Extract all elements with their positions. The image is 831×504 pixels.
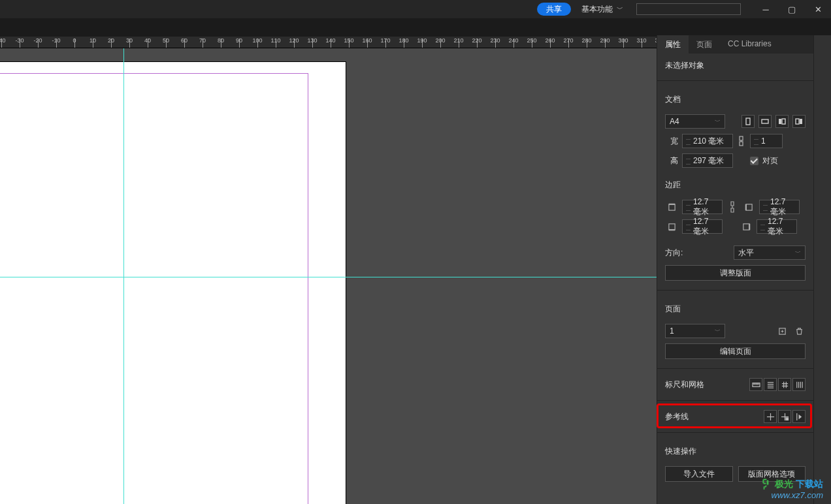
margin-bottom-icon: [665, 220, 678, 233]
pages-field[interactable]: 1: [750, 134, 783, 148]
margin-top-field[interactable]: 12.7 毫米: [682, 200, 723, 214]
canvas[interactable]: [0, 48, 657, 504]
margin-left-icon: [742, 200, 755, 213]
window-controls: ─ ▢ ✕: [753, 0, 831, 18]
import-file-button[interactable]: 导入文件: [665, 466, 733, 482]
link-margins-icon[interactable]: [728, 201, 737, 213]
svg-rect-11: [745, 204, 751, 210]
tab-cc-libraries[interactable]: CC Libraries: [720, 35, 779, 54]
width-field[interactable]: 210 毫米: [682, 134, 733, 148]
svg-rect-9: [668, 204, 674, 210]
tab-pages[interactable]: 页面: [689, 35, 720, 54]
svg-rect-6: [740, 136, 743, 140]
orientation-select[interactable]: 水平﹀: [734, 245, 806, 260]
layout-grid-options-button[interactable]: 版面网格选项: [738, 466, 806, 482]
adjust-layout-button[interactable]: 调整版面: [665, 265, 806, 281]
svg-rect-1: [762, 119, 768, 123]
section-ruler-grid: 标尺和网格: [665, 379, 704, 390]
svg-rect-5: [800, 119, 802, 124]
binding-right-icon[interactable]: [792, 115, 806, 128]
no-selection-label: 未选择对象: [665, 60, 806, 71]
orientation-portrait-icon[interactable]: [741, 115, 755, 128]
share-button[interactable]: 共享: [537, 3, 571, 16]
workspace-switcher[interactable]: 基本功能 ﹀: [581, 4, 623, 15]
chevron-down-icon: ﹀: [617, 5, 623, 14]
facing-pages-label: 对页: [762, 155, 778, 166]
svg-rect-0: [746, 118, 750, 125]
edit-pages-button[interactable]: 编辑页面: [665, 343, 806, 359]
smart-guides-icon[interactable]: [792, 410, 806, 423]
ruler-icon[interactable]: [749, 378, 762, 391]
new-page-icon[interactable]: [775, 324, 789, 338]
section-quick-ops: 快速操作: [665, 446, 806, 457]
maximize-button[interactable]: ▢: [779, 0, 805, 18]
svg-rect-2: [779, 119, 781, 124]
binding-left-icon[interactable]: [775, 115, 789, 128]
margin-left-field[interactable]: 12.7 毫米: [759, 200, 800, 214]
orientation-label: 方向:: [665, 247, 689, 259]
height-field[interactable]: 297 毫米: [682, 153, 733, 168]
svg-rect-7: [740, 142, 743, 146]
layout-grid-icon[interactable]: [792, 378, 806, 391]
show-guides-icon[interactable]: [764, 410, 777, 423]
svg-rect-42: [785, 417, 789, 420]
link-dimensions-icon[interactable]: [737, 135, 746, 147]
tab-strip: [0, 18, 831, 37]
margin-right-icon: [740, 220, 753, 233]
svg-rect-3: [782, 119, 785, 124]
section-guides: 参考线: [665, 411, 689, 422]
page-number-select[interactable]: 1﹀: [665, 324, 725, 338]
facing-pages-checkbox[interactable]: [750, 157, 758, 165]
svg-rect-15: [743, 223, 749, 229]
lock-guides-icon[interactable]: [778, 410, 791, 423]
svg-rect-4: [796, 119, 799, 124]
close-button[interactable]: ✕: [805, 0, 831, 18]
section-margins: 边距: [665, 180, 806, 191]
margin-top-icon: [665, 200, 678, 213]
section-document: 文档: [665, 94, 806, 105]
titlebar: 共享 基本功能 ﹀ ─ ▢ ✕: [0, 0, 831, 18]
margin-bottom-field[interactable]: 12.7 毫米: [682, 219, 723, 234]
height-label: 高: [665, 155, 678, 166]
tab-properties[interactable]: 属性: [657, 35, 689, 54]
document-page[interactable]: [0, 61, 346, 504]
horizontal-ruler[interactable]: -40-30-20-100102030405060708090100110120…: [0, 37, 657, 48]
section-pages: 页面: [665, 304, 806, 315]
delete-page-icon[interactable]: [792, 324, 806, 338]
document-grid-icon[interactable]: [778, 378, 791, 391]
dock-strip: [813, 35, 831, 504]
properties-panel: 属性 页面 CC Libraries 未选择对象 文档 A4﹀ 宽 210 毫米…: [657, 35, 813, 504]
baseline-grid-icon[interactable]: [764, 378, 777, 391]
page-preset-select[interactable]: A4﹀: [665, 114, 725, 129]
search-input[interactable]: [636, 3, 741, 15]
panel-tabs: 属性 页面 CC Libraries: [657, 35, 813, 54]
minimize-button[interactable]: ─: [753, 0, 779, 18]
orientation-landscape-icon[interactable]: [758, 115, 772, 128]
margin-right-field[interactable]: 12.7 毫米: [757, 219, 797, 234]
workspace-label: 基本功能: [581, 4, 613, 15]
svg-rect-13: [668, 223, 674, 229]
width-label: 宽: [665, 136, 678, 147]
